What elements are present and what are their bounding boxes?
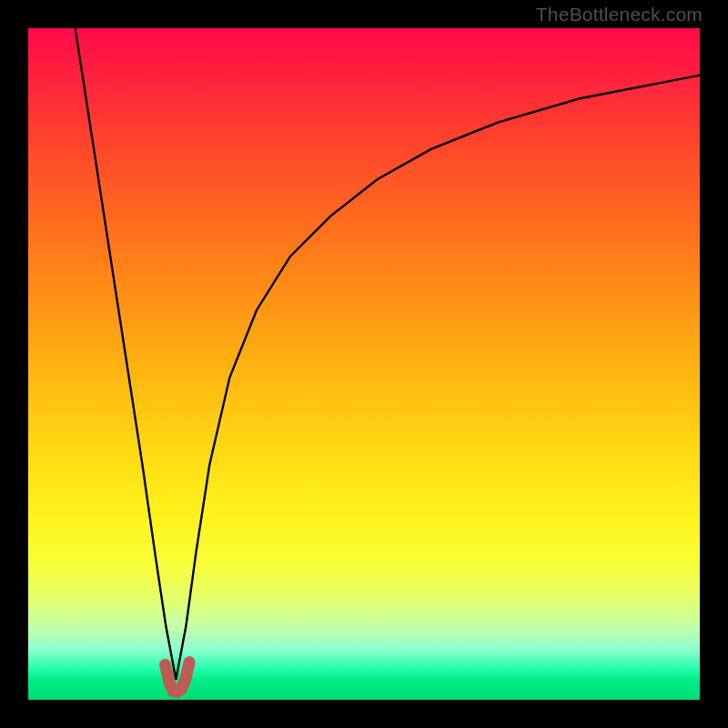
curve-layer	[28, 28, 700, 700]
bottleneck-curve	[76, 28, 700, 680]
watermark-text: TheBottleneck.com	[536, 4, 703, 25]
chart-frame: TheBottleneck.com	[0, 0, 728, 728]
plot-area	[28, 28, 700, 700]
